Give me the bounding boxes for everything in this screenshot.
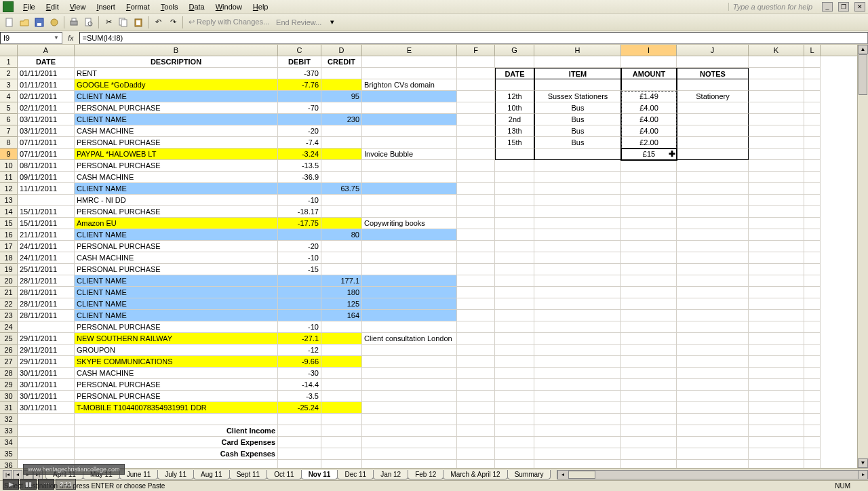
cell-J5[interactable] xyxy=(677,102,749,114)
help-search-input[interactable]: Type a question for help xyxy=(728,3,816,11)
cell-E22[interactable] xyxy=(362,298,457,310)
cell-I27[interactable] xyxy=(621,356,677,368)
cell-D32[interactable] xyxy=(321,414,362,425)
row-header-27[interactable]: 27 xyxy=(0,356,17,368)
cell-C27[interactable]: -9.66 xyxy=(278,356,321,368)
cell-A1[interactable]: DATE xyxy=(18,56,75,68)
cell-A34[interactable] xyxy=(18,437,75,448)
cell-E3[interactable]: Brighton CVs domain xyxy=(362,79,457,91)
cell-D18[interactable] xyxy=(321,252,362,264)
cell-D28[interactable] xyxy=(321,368,362,379)
cell-E20[interactable] xyxy=(362,275,457,287)
cell-L30[interactable] xyxy=(804,391,821,402)
cell-I10[interactable] xyxy=(621,160,677,172)
reply-changes-button[interactable]: ↩ Reply with Changes... xyxy=(186,18,272,26)
cell-E4[interactable] xyxy=(362,91,457,102)
cell-J14[interactable] xyxy=(677,206,749,218)
cell-F32[interactable] xyxy=(457,414,495,425)
cell-J6[interactable] xyxy=(677,114,749,125)
menu-format[interactable]: Format xyxy=(121,1,155,12)
cell-K28[interactable] xyxy=(749,368,804,379)
row-header-17[interactable]: 17 xyxy=(0,241,17,252)
undo-icon[interactable]: ↶ xyxy=(151,16,165,29)
cell-K27[interactable] xyxy=(749,356,804,368)
cell-H23[interactable] xyxy=(534,310,621,321)
row-header-16[interactable]: 16 xyxy=(0,229,17,241)
cell-G30[interactable] xyxy=(495,391,534,402)
cell-J19[interactable] xyxy=(677,264,749,275)
cell-E34[interactable] xyxy=(362,437,457,448)
cell-J25[interactable] xyxy=(677,333,749,345)
cell-K7[interactable] xyxy=(749,125,804,137)
permission-icon[interactable] xyxy=(47,16,61,29)
cell-C22[interactable] xyxy=(278,298,321,310)
cell-G32[interactable] xyxy=(495,414,534,425)
col-header-I[interactable]: I xyxy=(621,45,677,56)
cell-B6[interactable]: CLIENT NAME xyxy=(75,114,278,125)
cell-F25[interactable] xyxy=(457,333,495,345)
cell-B21[interactable]: CLIENT NAME xyxy=(75,287,278,298)
cell-E11[interactable] xyxy=(362,172,457,183)
cell-H30[interactable] xyxy=(534,391,621,402)
cell-H15[interactable] xyxy=(534,218,621,229)
cell-G11[interactable] xyxy=(495,172,534,183)
cell-L21[interactable] xyxy=(804,287,821,298)
cell-C7[interactable]: -20 xyxy=(278,125,321,137)
cell-F34[interactable] xyxy=(457,437,495,448)
cell-D15[interactable] xyxy=(321,218,362,229)
cell-F24[interactable] xyxy=(457,321,495,333)
row-header-29[interactable]: 29 xyxy=(0,379,17,391)
cell-L14[interactable] xyxy=(804,206,821,218)
cell-B9[interactable]: PAYPAL *HALOWEB LT xyxy=(75,149,278,160)
cell-E9[interactable]: Invoice Bubble xyxy=(362,149,457,160)
cell-L6[interactable] xyxy=(804,114,821,125)
cell-B5[interactable]: PERSONAL PURCHASE xyxy=(75,102,278,114)
cell-J7[interactable] xyxy=(677,125,749,137)
cell-B13[interactable]: HMRC - NI DD xyxy=(75,195,278,206)
cell-D3[interactable] xyxy=(321,79,362,91)
cell-J28[interactable] xyxy=(677,368,749,379)
col-header-E[interactable]: E xyxy=(362,45,457,56)
cell-F22[interactable] xyxy=(457,298,495,310)
cell-C14[interactable]: -18.17 xyxy=(278,206,321,218)
cell-I13[interactable] xyxy=(621,195,677,206)
cell-A35[interactable] xyxy=(18,448,75,460)
cell-E35[interactable] xyxy=(362,448,457,460)
cell-J35[interactable] xyxy=(677,448,749,460)
row-header-30[interactable]: 30 xyxy=(0,391,17,402)
cell-G20[interactable] xyxy=(495,275,534,287)
cell-B17[interactable]: PERSONAL PURCHASE xyxy=(75,241,278,252)
cell-B1[interactable]: DESCRIPTION xyxy=(75,56,278,68)
cell-E19[interactable] xyxy=(362,264,457,275)
cell-D26[interactable] xyxy=(321,345,362,356)
cell-I28[interactable] xyxy=(621,368,677,379)
cell-F21[interactable] xyxy=(457,287,495,298)
cell-A23[interactable]: 28/11/2011 xyxy=(18,310,75,321)
cell-A12[interactable]: 11/11/2011 xyxy=(18,183,75,195)
cell-G29[interactable] xyxy=(495,379,534,391)
cell-D33[interactable] xyxy=(321,425,362,437)
cell-L5[interactable] xyxy=(804,102,821,114)
cell-I33[interactable] xyxy=(621,425,677,437)
cell-I2[interactable]: AMOUNT xyxy=(621,68,677,79)
cell-C16[interactable] xyxy=(278,229,321,241)
cell-B15[interactable]: Amazon EU xyxy=(75,218,278,229)
cell-H13[interactable] xyxy=(534,195,621,206)
cell-B30[interactable]: PERSONAL PURCHASE xyxy=(75,391,278,402)
scroll-down-icon[interactable]: ▼ xyxy=(858,458,868,468)
cell-B34[interactable]: Card Expenses xyxy=(75,437,278,448)
cell-G18[interactable] xyxy=(495,252,534,264)
cell-L12[interactable] xyxy=(804,183,821,195)
print-icon[interactable] xyxy=(67,16,81,29)
row-header-28[interactable]: 28 xyxy=(0,368,17,379)
cell-C25[interactable]: -27.1 xyxy=(278,333,321,345)
cell-K34[interactable] xyxy=(749,437,804,448)
cell-A28[interactable]: 30/11/2011 xyxy=(18,368,75,379)
cell-L19[interactable] xyxy=(804,264,821,275)
cell-C28[interactable]: -30 xyxy=(278,368,321,379)
cell-L26[interactable] xyxy=(804,345,821,356)
cell-D2[interactable] xyxy=(321,68,362,79)
cell-D16[interactable]: 80 xyxy=(321,229,362,241)
cell-D21[interactable]: 180 xyxy=(321,287,362,298)
cell-D31[interactable] xyxy=(321,402,362,414)
